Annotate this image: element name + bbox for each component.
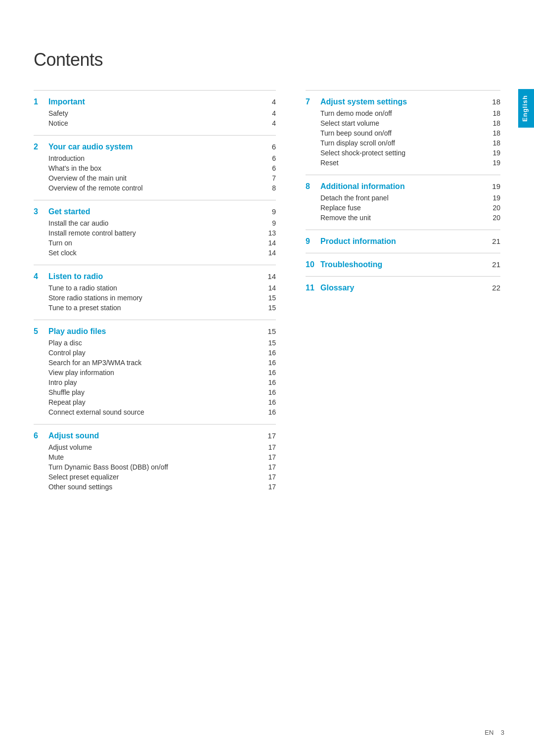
entry-text: Select shock-protect setting (320, 149, 489, 157)
entry-text: Mute (48, 453, 264, 461)
toc-section: 9Product information21 (306, 230, 500, 253)
page-footer: EN 3 (485, 729, 504, 736)
section-page: 18 (489, 97, 500, 106)
toc-section: 3Get started9Install the car audio9Insta… (34, 200, 276, 265)
footer-language: EN (485, 729, 493, 736)
entry-page: 16 (264, 378, 276, 386)
section-title: Additional information (320, 182, 483, 191)
left-column: 1Important4Safety4Notice42Your car audio… (34, 90, 276, 499)
entry-text: Turn on (48, 239, 264, 247)
entry-page: 15 (264, 304, 276, 312)
section-number: 2 (34, 142, 43, 151)
entry-page: 20 (489, 204, 500, 212)
entry-text: Shuffle play (48, 388, 264, 396)
entry-row: Store radio stations in memory15 (48, 293, 276, 303)
entry-row: Turn display scroll on/off18 (320, 138, 500, 148)
entry-page: 4 (264, 119, 276, 127)
section-number: 6 (34, 431, 43, 440)
entry-page: 18 (489, 109, 500, 117)
entry-text: Select preset equalizer (48, 473, 264, 481)
section-number: 5 (34, 327, 43, 336)
entry-text: Play a disc (48, 339, 264, 347)
entry-text: Intro play (48, 378, 264, 386)
entry-page: 9 (264, 219, 276, 227)
entry-page: 17 (264, 453, 276, 461)
entry-text: Store radio stations in memory (48, 294, 264, 302)
toc-section: 6Adjust sound17Adjust volume17Mute17Turn… (34, 424, 276, 499)
entry-row: Overview of the remote control8 (48, 183, 276, 193)
section-number: 4 (34, 272, 43, 281)
toc-section: 10Troubleshooting21 (306, 253, 500, 276)
entry-text: Overview of the main unit (48, 174, 264, 182)
entry-text: Select start volume (320, 119, 489, 127)
entry-text: Turn demo mode on/off (320, 109, 489, 117)
entry-text: Search for an MP3/WMA track (48, 359, 264, 367)
entry-page: 16 (264, 388, 276, 396)
entry-row: Turn on14 (48, 238, 276, 248)
section-page: 21 (489, 260, 500, 269)
entry-page: 20 (489, 214, 500, 222)
entry-text: Tune to a radio station (48, 284, 264, 292)
section-page: 15 (264, 327, 276, 335)
entry-page: 16 (264, 359, 276, 367)
entry-page: 17 (264, 463, 276, 471)
entry-row: Select shock-protect setting19 (320, 148, 500, 158)
section-entries: Introduction6What's in the box6Overview … (34, 153, 276, 193)
section-title: Glossary (320, 284, 354, 292)
entry-page: 18 (489, 119, 500, 127)
entry-row: What's in the box6 (48, 163, 276, 173)
section-entries: Tune to a radio station14Store radio sta… (34, 283, 276, 313)
entry-row: Other sound settings17 (48, 482, 276, 492)
entry-text: Tune to a preset station (48, 304, 264, 312)
entry-row: View play information16 (48, 368, 276, 378)
entry-page: 16 (264, 408, 276, 416)
entry-row: Shuffle play16 (48, 387, 276, 397)
toc-section: 7Adjust system settings18Turn demo mode … (306, 90, 500, 175)
section-number: 11 (306, 284, 314, 292)
entry-page: 16 (264, 398, 276, 406)
section-number: 10 (306, 260, 314, 269)
entry-row: Introduction6 (48, 153, 276, 163)
entry-row: Notice4 (48, 118, 276, 128)
entry-text: Turn display scroll on/off (320, 139, 489, 147)
entry-text: Replace fuse (320, 204, 489, 212)
section-page: 4 (264, 97, 276, 106)
entry-page: 6 (264, 154, 276, 162)
entry-row: Remove the unit20 (320, 213, 500, 223)
section-entries: Detach the front panel19Replace fuse20Re… (306, 193, 500, 223)
entry-page: 18 (489, 129, 500, 137)
section-entries: Turn demo mode on/off18Select start volu… (306, 108, 500, 168)
entry-row: Install remote control battery13 (48, 228, 276, 238)
entry-row: Tune to a radio station14 (48, 283, 276, 293)
entry-page: 14 (264, 249, 276, 257)
entry-text: Remove the unit (320, 214, 489, 222)
section-number: 8 (306, 182, 314, 191)
entry-page: 17 (264, 483, 276, 491)
section-page: 19 (489, 182, 500, 190)
entry-row: Tune to a preset station15 (48, 303, 276, 313)
entry-row: Detach the front panel19 (320, 193, 500, 203)
entry-text: Safety (48, 109, 264, 117)
entry-row: Select start volume18 (320, 118, 500, 128)
entry-text: Introduction (48, 154, 264, 162)
entry-row: Safety4 (48, 108, 276, 118)
entry-text: Install remote control battery (48, 229, 264, 237)
entry-row: Search for an MP3/WMA track16 (48, 358, 276, 368)
toc-section: 8Additional information19Detach the fron… (306, 175, 500, 230)
entry-page: 18 (489, 139, 500, 147)
entry-page: 6 (264, 164, 276, 172)
section-number: 1 (34, 97, 43, 106)
toc-section: 2Your car audio system6Introduction6What… (34, 135, 276, 200)
section-number: 7 (306, 97, 314, 106)
entry-page: 19 (489, 149, 500, 157)
entry-text: Control play (48, 349, 264, 357)
entry-page: 14 (264, 284, 276, 292)
section-title: Important (48, 97, 258, 106)
entry-page: 8 (264, 184, 276, 192)
entry-page: 19 (489, 194, 500, 202)
entry-page: 17 (264, 443, 276, 451)
section-page: 21 (489, 237, 500, 245)
section-page: 9 (264, 207, 276, 216)
entry-row: Overview of the main unit7 (48, 173, 276, 183)
entry-row: Select preset equalizer17 (48, 472, 276, 482)
